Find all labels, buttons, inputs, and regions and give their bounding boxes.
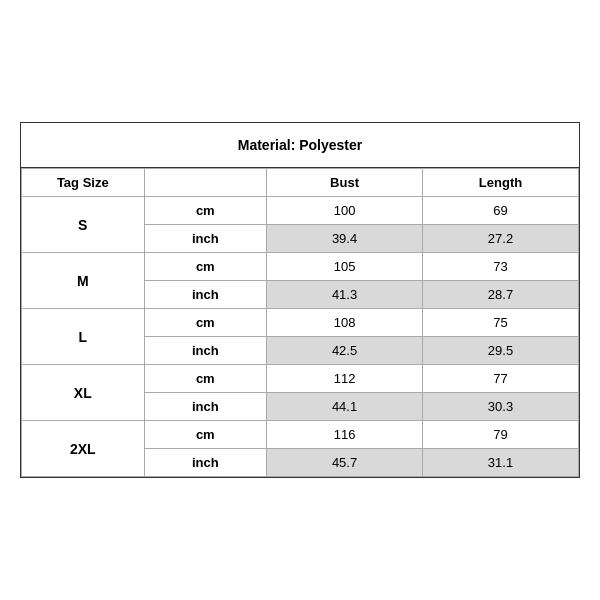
unit-inch-cell: inch [144,225,267,253]
length-inch-value: 31.1 [423,449,579,477]
bust-inch-value: 42.5 [267,337,423,365]
bust-cm-value: 112 [267,365,423,393]
length-cm-value: 73 [423,253,579,281]
bust-inch-value: 44.1 [267,393,423,421]
length-inch-value: 28.7 [423,281,579,309]
tag-size-cell: M [22,253,145,309]
unit-inch-cell: inch [144,449,267,477]
chart-title: Material: Polyester [21,123,579,168]
unit-cm-cell: cm [144,309,267,337]
table-row: Mcm10573 [22,253,579,281]
table-row: Scm10069 [22,197,579,225]
size-table: Tag Size Bust Length Scm10069inch39.427.… [21,168,579,477]
bust-inch-value: 39.4 [267,225,423,253]
bust-header: Bust [267,169,423,197]
length-cm-value: 69 [423,197,579,225]
unit-header [144,169,267,197]
length-cm-value: 75 [423,309,579,337]
length-header: Length [423,169,579,197]
unit-inch-cell: inch [144,281,267,309]
unit-inch-cell: inch [144,393,267,421]
bust-cm-value: 116 [267,421,423,449]
tag-size-header: Tag Size [22,169,145,197]
table-row: XLcm11277 [22,365,579,393]
header-row: Tag Size Bust Length [22,169,579,197]
unit-cm-cell: cm [144,365,267,393]
bust-inch-value: 45.7 [267,449,423,477]
unit-cm-cell: cm [144,253,267,281]
bust-inch-value: 41.3 [267,281,423,309]
unit-cm-cell: cm [144,197,267,225]
length-cm-value: 79 [423,421,579,449]
length-cm-value: 77 [423,365,579,393]
length-inch-value: 29.5 [423,337,579,365]
tag-size-cell: 2XL [22,421,145,477]
unit-cm-cell: cm [144,421,267,449]
unit-inch-cell: inch [144,337,267,365]
table-row: Lcm10875 [22,309,579,337]
size-chart: Material: Polyester Tag Size Bust Length… [20,122,580,478]
length-inch-value: 27.2 [423,225,579,253]
length-inch-value: 30.3 [423,393,579,421]
tag-size-cell: L [22,309,145,365]
table-row: 2XLcm11679 [22,421,579,449]
bust-cm-value: 100 [267,197,423,225]
bust-cm-value: 108 [267,309,423,337]
bust-cm-value: 105 [267,253,423,281]
tag-size-cell: XL [22,365,145,421]
tag-size-cell: S [22,197,145,253]
